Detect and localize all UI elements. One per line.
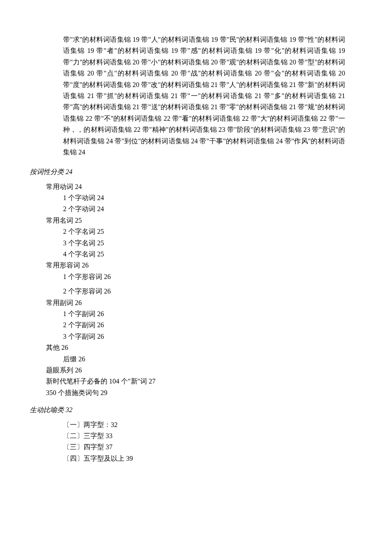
toc-subitem: 3 个字副词 26 bbox=[63, 331, 362, 342]
toc-subitem: 〔一〕两字型：32 bbox=[63, 419, 362, 430]
toc-subitem: 4 个字名词 25 bbox=[63, 249, 362, 260]
document-page: 带"求''的材料词语集锦 19 带"人"的材料词语集锦 19 带"民''的材料词… bbox=[0, 0, 392, 477]
toc-item: 新时代笔杆子必备的 104 个"新"词 27 bbox=[46, 376, 362, 387]
section-heading-pos: 按词性分类 24 bbox=[30, 166, 362, 177]
toc-subitem: 〔四〕五字型及以上 39 bbox=[63, 453, 362, 464]
toc-subitem: 〔三〕四字型 37 bbox=[63, 442, 362, 453]
toc-subitem: 3 个字名词 25 bbox=[63, 238, 362, 249]
section-heading-metaphor: 生动比喻类 32 bbox=[30, 404, 362, 416]
toc-item: 其他 26 bbox=[46, 342, 362, 353]
toc-subitem: 1 个字副词 26 bbox=[63, 308, 362, 320]
intro-paragraph: 带"求''的材料词语集锦 19 带"人"的材料词语集锦 19 带"民''的材料词… bbox=[63, 34, 345, 158]
toc-subitem: 2 个字副词 26 bbox=[63, 320, 362, 331]
toc-item: 常用副词 26 bbox=[46, 297, 362, 308]
toc-item: 常用形容词 26 bbox=[46, 260, 362, 271]
toc-subitem: 1 个字动词 24 bbox=[63, 192, 362, 203]
toc-subitem: 1 个字形容词 26 bbox=[63, 271, 362, 282]
toc-subitem: 2 个字名词 25 bbox=[63, 226, 362, 237]
toc-subitem: 后缀 26 bbox=[63, 354, 362, 365]
toc-subitem: 2 个字动词 24 bbox=[63, 203, 362, 215]
toc-item: 350 个措施类词句 29 bbox=[46, 387, 362, 398]
toc-subitem: 〔二〕三字型 33 bbox=[63, 430, 362, 442]
toc-subitem: 2 个字形容词 26 bbox=[63, 286, 362, 297]
toc-item: 常用名词 25 bbox=[46, 215, 362, 226]
toc-item: 题眼系列 26 bbox=[46, 365, 362, 376]
toc-item: 常用动词 24 bbox=[46, 181, 362, 192]
